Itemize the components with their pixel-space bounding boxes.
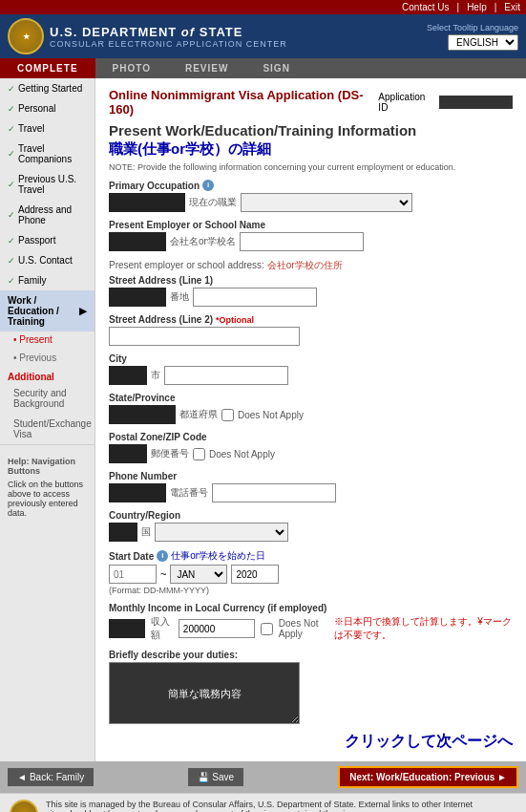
sidebar-item-family[interactable]: ✓ Family — [0, 270, 95, 290]
employer-input[interactable] — [240, 232, 364, 251]
state-dna-label: Does Not Apply — [238, 410, 304, 420]
phone-jp-label: 電話番号 — [170, 486, 208, 500]
help-link[interactable]: Help — [467, 2, 487, 12]
employer-address-label: Present employer or school address: 会社or… — [109, 259, 513, 272]
check-icon: ✓ — [8, 180, 15, 189]
income-note: ※日本円で換算して計算します。¥マークは不要です。 — [334, 615, 513, 642]
sidebar-item-travel[interactable]: ✓ Travel — [0, 118, 95, 139]
postal-input-row: 郵便番号 Does Not Apply — [109, 444, 513, 463]
country-label: Country/Region — [109, 510, 513, 521]
sidebar-label: • Previous — [13, 353, 56, 363]
phone-group: Phone Number 電話番号 — [109, 471, 513, 502]
sidebar-label: Security and Background — [13, 388, 87, 409]
employer-input-row: 会社名or学校名 — [109, 232, 513, 251]
city-jp-label: 市 — [151, 369, 160, 382]
tab-sign[interactable]: SIGN — [245, 58, 306, 78]
sidebar-label: Passport — [18, 235, 55, 246]
app-id-label: Application ID — [378, 92, 435, 113]
income-label: Monthly Income in Local Currency (if emp… — [109, 603, 513, 613]
app-id-value — [439, 96, 513, 109]
check-icon: ✓ — [8, 124, 15, 134]
nav-tabs: COMPLETE PHOTO REVIEW SIGN — [0, 58, 526, 78]
sidebar-section-main: ✓ Getting Started ✓ Personal ✓ Travel ✓ … — [0, 78, 95, 445]
phone-prefix — [109, 483, 166, 502]
duties-textarea[interactable] — [109, 662, 300, 724]
start-day-input[interactable] — [109, 565, 157, 584]
app-id-area: Application ID — [378, 92, 513, 113]
optional-label: *Optional — [216, 315, 254, 325]
header: ★ U.S. DEPARTMENT of STATE CONSULAR ELEC… — [0, 14, 526, 58]
postal-dna-checkbox[interactable] — [193, 448, 205, 460]
exit-link[interactable]: Exit — [504, 2, 520, 12]
lang-label: Select Tooltip Language — [427, 23, 518, 32]
sidebar-label: Personal — [18, 103, 55, 114]
street1-label: Street Address (Line 1) — [109, 275, 513, 286]
street2-input[interactable] — [109, 327, 300, 346]
language-select[interactable]: ENGLISH — [448, 34, 518, 51]
occupation-jp-label: 現在の職業 — [189, 196, 237, 209]
sidebar-item-previous[interactable]: • Previous — [0, 348, 95, 368]
save-label: Save — [212, 772, 234, 782]
info-icon[interactable]: i — [202, 180, 214, 191]
income-dna-checkbox[interactable] — [261, 623, 273, 635]
tab-photo[interactable]: PHOTO — [95, 58, 168, 78]
dept-sub: CONSULAR ELECTRONIC APPLICATION CENTER — [50, 39, 287, 49]
sidebar-item-travel-companions[interactable]: ✓ Travel Companions — [0, 139, 95, 169]
start-year-input[interactable] — [231, 565, 279, 584]
employer-address-jp: 会社or学校の住所 — [267, 260, 343, 270]
city-group: City 市 — [109, 353, 513, 385]
start-date-label: Start Date i 仕事or学校を始めた日 — [109, 549, 513, 563]
state-label: State/Province — [109, 393, 513, 403]
income-prefix — [109, 619, 145, 638]
tab-review[interactable]: REVIEW — [168, 58, 245, 78]
street1-input[interactable] — [193, 288, 317, 307]
employer-name-group: Present Employer or School Name 会社名or学校名 — [109, 220, 513, 251]
back-button[interactable]: ◄ Back: Family — [8, 768, 94, 786]
country-input-row: 国 — [109, 523, 513, 542]
next-button[interactable]: Next: Work/Education: Previous ► — [338, 766, 518, 788]
street1-prefix — [109, 288, 166, 307]
start-month-select[interactable]: JANFEBMARAPR MAYJUNJULAUG SEPOCTNOVDEC — [170, 565, 227, 584]
back-icon: ◄ — [17, 772, 27, 782]
phone-input[interactable] — [212, 483, 336, 502]
sidebar-item-present[interactable]: • Present — [0, 331, 95, 348]
sidebar-item-address-phone[interactable]: ✓ Address and Phone — [0, 200, 95, 230]
sidebar-label: Work / Education / Training — [8, 295, 76, 327]
top-bar: Contact Us | Help | Exit — [0, 0, 526, 14]
sidebar-item-student-exchange[interactable]: Student/Exchange Visa — [0, 414, 95, 444]
employer-label: Present Employer or School Name — [109, 220, 513, 230]
street1-input-row: 番地 — [109, 288, 513, 307]
sidebar-item-us-contact[interactable]: ✓ U.S. Contact — [0, 250, 95, 270]
state-group: State/Province 都道府県 Does Not Apply — [109, 393, 513, 424]
sidebar-label: Address and Phone — [18, 204, 87, 225]
sidebar-item-security[interactable]: Security and Background — [0, 383, 95, 414]
sidebar-label: U.S. Contact — [18, 255, 73, 266]
country-select[interactable] — [155, 523, 288, 542]
sidebar-item-passport[interactable]: ✓ Passport — [0, 230, 95, 250]
state-dna-checkbox[interactable] — [221, 409, 234, 421]
state-input-row: 都道府県 Does Not Apply — [109, 405, 513, 424]
tab-complete[interactable]: COMPLETE — [0, 58, 95, 78]
primary-occupation-input-row: 現在の職業 — [109, 193, 513, 212]
save-button[interactable]: 💾 Save — [188, 768, 243, 786]
postal-prefix — [109, 444, 147, 463]
occupation-select[interactable] — [241, 193, 412, 212]
sidebar-label: Student/Exchange Visa — [13, 418, 92, 439]
footer-text-area: This site is managed by the Bureau of Co… — [38, 800, 496, 812]
start-date-group: Start Date i 仕事or学校を始めた日 ~ JANFEBMARAPR … — [109, 549, 513, 595]
sidebar-item-work-education[interactable]: Work / Education / Training ▶ — [0, 290, 95, 331]
street1-group: Street Address (Line 1) 番地 — [109, 275, 513, 307]
start-date-jp-label: 仕事or学校を始めた日 — [171, 549, 265, 563]
city-input[interactable] — [164, 366, 288, 385]
start-date-info-icon[interactable]: i — [157, 550, 168, 562]
duties-label: Briefly describe your duties: — [109, 650, 513, 660]
check-icon: ✓ — [8, 236, 15, 246]
sidebar-label: Travel — [18, 123, 44, 134]
income-input[interactable] — [179, 619, 255, 638]
country-prefix — [109, 523, 137, 542]
contact-link[interactable]: Contact Us — [402, 2, 449, 12]
sidebar-item-personal[interactable]: ✓ Personal — [0, 98, 95, 118]
income-jp-label: 収入額 — [151, 615, 173, 642]
sidebar-item-getting-started[interactable]: ✓ Getting Started — [0, 78, 95, 98]
sidebar-item-previous-travel[interactable]: ✓ Previous U.S. Travel — [0, 169, 95, 200]
